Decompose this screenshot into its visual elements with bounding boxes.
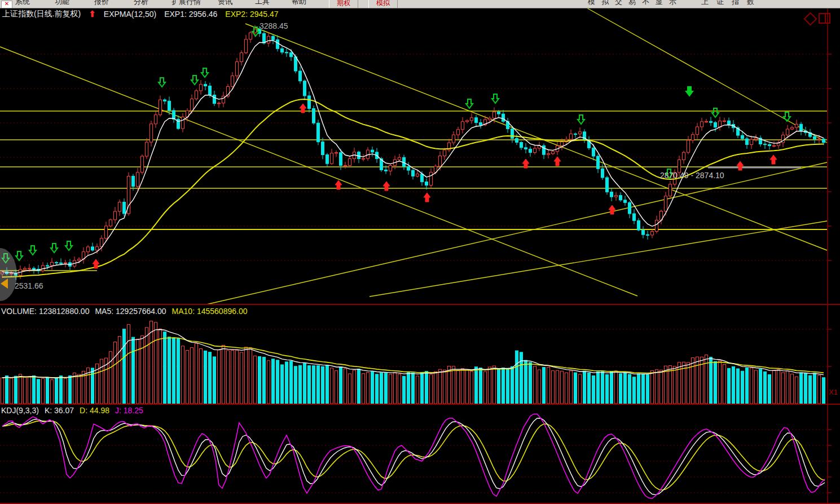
menu-item-tools[interactable]: 工具 <box>255 0 270 7</box>
main-chart-header: 上证指数(日线.前复权) ⬆ EXPMA(12,50) EXP1: 2956.4… <box>2 9 279 19</box>
kdj-d-value: D: 44.98 <box>80 406 109 415</box>
menu-item-analysis[interactable]: 分析 <box>134 0 148 7</box>
menu-item-system[interactable]: 系统 <box>15 0 30 7</box>
app-logo-icon[interactable]: ✕ <box>1 1 12 8</box>
x1-axis-label: X1 <box>829 388 838 396</box>
up-arrow-icon: ⬆ <box>89 9 96 19</box>
menu-button-simulation[interactable]: 模拟 <box>368 0 398 8</box>
volume-ma5-value: MA5: 129257664.00 <box>95 307 166 316</box>
chart-title: 上证指数(日线.前复权) <box>2 9 81 19</box>
menu-item-help[interactable]: 帮助 <box>292 0 306 7</box>
menu-bar: ✕ 系统 功能 报价 分析 扩展行情 资讯 工具 帮助 期权 模拟 模拟交易不显… <box>0 0 840 8</box>
menu-right-status-text: 模拟交易不显示 <box>588 0 683 7</box>
indicator-name: EXPMA(12,50) <box>104 10 156 19</box>
chart-canvas <box>0 0 840 504</box>
trading-app-window: ✕ 系统 功能 报价 分析 扩展行情 资讯 工具 帮助 期权 模拟 模拟交易不显… <box>0 0 840 504</box>
kdj-k-value: K: 36.07 <box>45 406 74 415</box>
kdj-j-value: J: 18.25 <box>115 406 143 415</box>
exp2-value: EXP2: 2945.47 <box>225 10 278 19</box>
menu-right-index-name: 上证指数 <box>701 0 762 7</box>
peak-price-label: 3288.45 <box>260 21 288 30</box>
menu-item-function[interactable]: 功能 <box>55 0 69 7</box>
menu-item-quote[interactable]: 报价 <box>94 0 109 7</box>
volume-ma10-value: MA10: 145560896.00 <box>172 307 248 316</box>
kdj-indicator-name: KDJ(9,3,3) <box>1 406 39 415</box>
low-price-label: 2531.66 <box>15 281 43 290</box>
range-price-label: 2870.49 - 2874.10 <box>660 171 724 180</box>
kdj-header: KDJ(9,3,3) K: 36.07 D: 44.98 J: 18.25 <box>1 406 143 415</box>
menu-item-extended-quotes[interactable]: 扩展行情 <box>171 0 201 7</box>
menu-button-options[interactable]: 期权 <box>329 0 358 8</box>
menu-item-news[interactable]: 资讯 <box>218 0 232 7</box>
exp1-value: EXP1: 2956.46 <box>164 10 217 19</box>
volume-value: VOLUME: 123812880.00 <box>1 307 89 316</box>
volume-header: VOLUME: 123812880.00 MA5: 129257664.00 M… <box>1 307 247 316</box>
